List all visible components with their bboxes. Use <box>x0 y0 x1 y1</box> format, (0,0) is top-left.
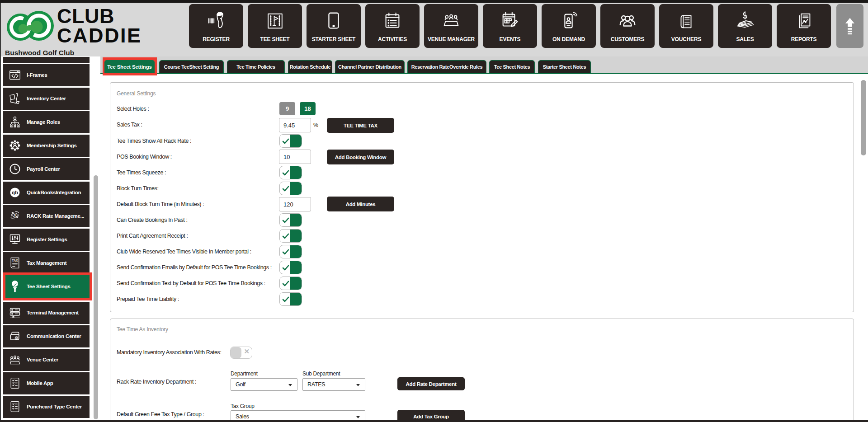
svg-text:qb: qb <box>12 190 18 196</box>
svg-text:$: $ <box>16 337 18 340</box>
svg-text:TAX: TAX <box>12 259 18 262</box>
svg-text:$: $ <box>14 214 16 218</box>
